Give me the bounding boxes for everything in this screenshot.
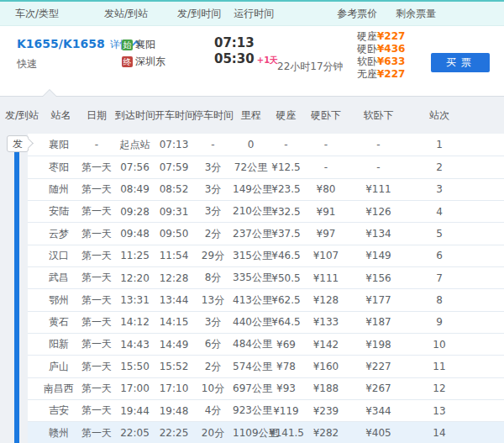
price-seat-label: 硬卧 — [357, 43, 377, 55]
buy-ticket-button[interactable]: 买票 — [431, 53, 490, 72]
panel-notch — [42, 89, 57, 97]
cell-distance: 484公里 — [233, 337, 269, 351]
cell-soft-sleeper-price: ¥111 — [349, 183, 408, 195]
cell-date: 第一天 — [78, 337, 115, 351]
terminal-badge-icon: 终 — [122, 56, 133, 67]
cell-distance: 923公里 — [233, 403, 269, 418]
cell-hard-sleeper-price: ¥128 — [303, 294, 349, 306]
cell-hard-sleeper-price: ¥133 — [303, 316, 349, 328]
cell-station: 赣州 — [28, 426, 78, 440]
cell-station: 阳新 — [28, 337, 78, 351]
cell-arrival-time: 12:20 — [115, 272, 155, 284]
cell-stop-duration: 3分 — [193, 182, 233, 197]
stops-column-label: 开车时间 — [155, 108, 193, 123]
cell-stop-number: 5 — [408, 228, 504, 240]
cell-departure-time: 19:48 — [155, 405, 193, 417]
route-line — [14, 149, 19, 443]
cell-date: 第一天 — [78, 403, 115, 418]
summary-column-label: 发/到时间 — [177, 7, 221, 21]
cell-date: 第一天 — [78, 182, 115, 197]
cell-hard-seat-price: ¥64.5 — [269, 316, 303, 328]
cell-arrival-time: 15:50 — [115, 361, 155, 372]
cell-soft-sleeper-price: - — [349, 161, 408, 173]
stations-block: 始 襄阳 终 深圳东 — [122, 37, 165, 71]
cell-stop-number: 9 — [408, 316, 504, 328]
cell-distance: 315公里 — [233, 249, 269, 263]
price-seat-label: 硬座 — [357, 30, 377, 42]
cell-departure-time: 17:10 — [155, 382, 193, 394]
cell-date: 第一天 — [78, 315, 115, 330]
cell-stop-number: 11 — [408, 361, 504, 372]
price-seat-label: 无座 — [357, 68, 377, 80]
stops-column-label: 里程 — [233, 108, 269, 123]
table-row: 云梦 第一天 09:48 09:50 2分 237公里 ¥37.5 ¥97 ¥1… — [28, 222, 504, 244]
cell-arrival-time: 17:00 — [115, 382, 155, 394]
cell-hard-seat-price: - — [269, 139, 303, 150]
cell-hard-sleeper-price: ¥91 — [303, 206, 349, 218]
summary-column-label: 车次/类型 — [15, 7, 59, 21]
cell-distance: 210公里 — [233, 204, 269, 219]
cell-hard-sleeper-price: ¥97 — [303, 228, 349, 240]
cell-stop-number: 10 — [408, 339, 504, 351]
next-day-label: +1天 — [257, 55, 278, 65]
stops-column-label: 站次 — [408, 108, 504, 123]
table-row: 庐山 第一天 15:50 15:52 2分 574公里 ¥78 ¥160 ¥22… — [28, 355, 504, 377]
price-item: 硬卧¥436 — [357, 43, 405, 55]
depart-time: 07:13 — [214, 35, 278, 51]
cell-departure-time: 08:52 — [155, 183, 193, 195]
cell-distance: 574公里 — [233, 360, 269, 374]
cell-hard-seat-price: ¥50.5 — [269, 272, 303, 284]
cell-station: 鄂州 — [28, 293, 78, 308]
cell-arrival-time: 09:28 — [115, 206, 155, 218]
cell-station: 黄石 — [28, 315, 78, 330]
cell-stop-duration: 3分 — [193, 204, 233, 219]
stops-column-label: 发/到站 — [0, 108, 44, 123]
cell-arrival-time: 起点站 — [115, 138, 155, 152]
price-value: ¥633 — [377, 55, 405, 67]
cell-arrival-time: 19:44 — [115, 405, 155, 417]
price-value: ¥227 — [377, 30, 405, 42]
cell-soft-sleeper-price: ¥126 — [349, 206, 408, 218]
price-value: ¥227 — [377, 68, 405, 80]
cell-stop-number: 6 — [408, 250, 504, 261]
table-row: 阳新 第一天 14:43 14:49 6分 484公里 ¥69 ¥142 ¥19… — [28, 333, 504, 355]
cell-soft-sleeper-price: ¥227 — [349, 361, 408, 372]
duration-label: 22小时17分钟 — [277, 60, 344, 74]
cell-arrival-time: 14:43 — [115, 339, 155, 351]
cell-arrival-time: 14:12 — [115, 316, 155, 328]
summary-column-label: 剩余票量 — [396, 7, 436, 21]
cell-hard-seat-price: ¥37.5 — [269, 228, 303, 240]
cell-date: 第一天 — [78, 271, 115, 285]
cell-hard-sleeper-price: ¥107 — [303, 250, 349, 261]
cell-departure-time: 14:15 — [155, 316, 193, 328]
cell-distance: 0 — [233, 139, 269, 150]
cell-station: 南昌西 — [28, 382, 78, 396]
stops-column-label: 硬卧下 — [303, 108, 349, 123]
origin-badge-icon: 始 — [122, 40, 133, 50]
table-row: 武昌 第一天 12:20 12:28 8分 335公里 ¥50.5 ¥111 ¥… — [28, 266, 504, 288]
cell-departure-time: 11:54 — [155, 250, 193, 261]
price-item: 硬座¥227 — [357, 30, 405, 43]
cell-hard-seat-price: ¥23.5 — [269, 183, 303, 195]
cell-stop-number: 7 — [408, 272, 504, 284]
train-detail-page: 车次/类型 发站/到站 发/到时间 运行时间 参考票价 剩余票量 K1655/K… — [0, 0, 504, 443]
cell-hard-sleeper-price: - — [303, 139, 349, 150]
summary-header-row: 车次/类型 发站/到站 发/到时间 运行时间 参考票价 剩余票量 — [0, 0, 504, 26]
table-row: 安陆 第一天 09:28 09:31 3分 210公里 ¥32.5 ¥91 ¥1… — [28, 200, 504, 222]
cell-soft-sleeper-price: ¥267 — [349, 382, 408, 394]
cell-station: 襄阳 — [28, 138, 78, 152]
cell-date: 第一天 — [78, 161, 115, 175]
cell-hard-sleeper-price: ¥239 — [303, 405, 349, 417]
cell-stop-number: 2 — [408, 161, 504, 173]
stops-column-label: 站名 — [44, 108, 78, 123]
cell-departure-time: 07:13 — [155, 139, 193, 150]
summary-column-label: 发站/到站 — [104, 7, 148, 21]
cell-hard-seat-price: ¥119 — [269, 405, 303, 417]
cell-soft-sleeper-price: ¥149 — [349, 250, 408, 261]
cell-station: 安陆 — [28, 204, 78, 219]
cell-soft-sleeper-price: ¥134 — [349, 228, 408, 240]
cell-distance: 697公里 — [233, 382, 269, 396]
cell-stop-duration: 6分 — [193, 337, 233, 351]
cell-station: 云梦 — [28, 227, 78, 241]
cell-hard-seat-price: ¥62.5 — [269, 294, 303, 306]
